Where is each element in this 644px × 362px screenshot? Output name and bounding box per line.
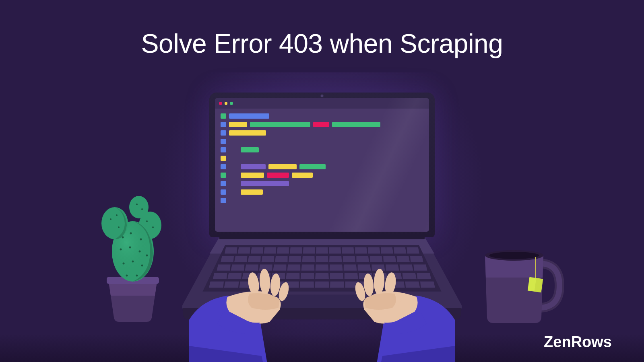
svg-point-7 xyxy=(130,232,132,234)
gutter-marker xyxy=(221,156,226,161)
svg-point-15 xyxy=(141,265,143,267)
code-line xyxy=(221,173,423,178)
svg-rect-30 xyxy=(219,237,425,239)
svg-point-32 xyxy=(259,268,270,294)
svg-point-22 xyxy=(152,226,154,228)
gutter-marker xyxy=(221,113,226,119)
right-hand-illustration xyxy=(350,253,455,362)
svg-point-13 xyxy=(123,263,125,265)
code-line xyxy=(221,198,423,203)
svg-point-14 xyxy=(132,261,134,263)
svg-point-19 xyxy=(116,214,118,216)
gutter-marker xyxy=(221,164,226,169)
code-segment xyxy=(229,122,247,127)
svg-point-23 xyxy=(136,204,138,205)
svg-point-18 xyxy=(110,218,111,220)
svg-point-9 xyxy=(120,249,122,251)
code-line xyxy=(221,122,423,127)
code-segment xyxy=(268,164,297,169)
svg-point-6 xyxy=(122,237,124,239)
page-title: Solve Error 403 when Scraping xyxy=(141,28,503,59)
gutter-marker xyxy=(221,173,226,178)
svg-point-37 xyxy=(373,268,385,294)
code-line xyxy=(221,139,423,144)
gutter-marker xyxy=(221,147,226,152)
brand-logo: ZenRows xyxy=(544,333,612,351)
svg-point-26 xyxy=(489,252,539,259)
laptop-screen-bezel xyxy=(209,93,435,237)
gutter-marker xyxy=(221,181,226,186)
svg-point-11 xyxy=(139,251,141,253)
svg-point-24 xyxy=(141,208,143,210)
left-hand-illustration xyxy=(189,253,294,362)
code-segment xyxy=(332,122,380,127)
code-line xyxy=(221,147,423,152)
gutter-marker xyxy=(221,130,226,136)
gutter-marker xyxy=(221,139,226,144)
code-line xyxy=(221,130,423,136)
code-segment xyxy=(241,189,263,195)
code-segment xyxy=(241,147,259,152)
code-segment xyxy=(229,130,266,136)
code-segment xyxy=(241,173,264,178)
code-segment xyxy=(292,173,313,178)
close-dot-icon xyxy=(219,102,222,105)
svg-point-21 xyxy=(146,220,148,222)
svg-point-12 xyxy=(146,255,148,257)
code-line xyxy=(221,156,423,161)
code-segment xyxy=(267,173,289,178)
gutter-marker xyxy=(221,122,226,127)
code-line xyxy=(221,181,423,186)
camera-dot xyxy=(321,95,324,97)
code-line xyxy=(221,189,423,195)
code-line xyxy=(221,164,423,169)
code-segment xyxy=(241,164,266,169)
gutter-marker xyxy=(221,189,226,195)
svg-point-3 xyxy=(101,207,128,239)
svg-point-16 xyxy=(126,275,128,277)
svg-point-8 xyxy=(140,239,142,241)
laptop-illustration xyxy=(203,93,441,237)
code-line xyxy=(221,113,423,119)
cactus-illustration xyxy=(91,161,175,322)
svg-point-17 xyxy=(136,275,138,277)
window-titlebar xyxy=(215,98,429,109)
svg-point-20 xyxy=(118,226,120,228)
code-segment xyxy=(299,164,326,169)
code-segment xyxy=(241,181,289,186)
svg-point-5 xyxy=(129,196,149,218)
laptop-screen xyxy=(215,98,429,232)
code-segment xyxy=(250,122,310,127)
mug-illustration xyxy=(473,239,566,328)
maximize-dot-icon xyxy=(230,102,233,105)
gutter-marker xyxy=(221,198,226,203)
code-area xyxy=(215,109,429,211)
code-segment xyxy=(313,122,329,127)
code-segment xyxy=(229,113,269,119)
minimize-dot-icon xyxy=(225,102,228,105)
svg-point-10 xyxy=(129,247,131,249)
